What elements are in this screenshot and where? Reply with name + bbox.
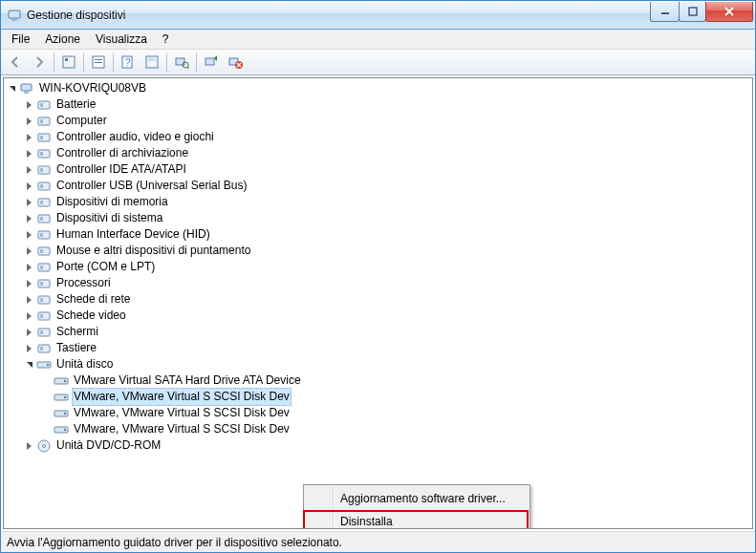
tree-category[interactable]: Controller di archiviazione — [4, 145, 752, 161]
toolbar-back-button[interactable] — [4, 51, 27, 74]
svg-rect-11 — [146, 56, 158, 68]
tree-category[interactable]: Computer — [4, 113, 752, 129]
svg-rect-3 — [689, 8, 697, 15]
context-uninstall[interactable]: Disinstalla — [306, 510, 528, 529]
expander-icon[interactable] — [21, 227, 36, 243]
tree-node-label: Porte (COM e LPT) — [54, 259, 157, 275]
expander-icon[interactable] — [21, 357, 36, 372]
tree-category[interactable]: Processori — [4, 275, 752, 291]
tree-category[interactable]: Controller IDE ATA/ATAPI — [4, 161, 752, 178]
svg-rect-22 — [38, 117, 50, 125]
close-button[interactable] — [705, 2, 753, 22]
expander-icon[interactable] — [4, 81, 19, 96]
expander-icon[interactable] — [21, 438, 36, 454]
tree-category[interactable]: Mouse e altri dispositivi di puntamento — [4, 243, 752, 259]
context-update-driver[interactable]: Aggiornamento software driver... — [306, 487, 528, 510]
expander-icon[interactable] — [21, 292, 36, 308]
statusbar-text: Avvia l'Aggiornamento guidato driver per… — [7, 536, 342, 549]
minimize-button[interactable] — [650, 2, 680, 22]
expander-icon[interactable] — [21, 244, 36, 259]
expander-icon[interactable] — [21, 308, 36, 324]
expander-icon[interactable] — [21, 341, 36, 356]
tree-node-label: VMware Virtual SATA Hard Drive ATA Devic… — [72, 372, 303, 389]
tree-disk-device[interactable]: VMware, VMware Virtual S SCSI Disk Dev — [4, 389, 752, 405]
svg-rect-46 — [38, 312, 50, 320]
device-tree[interactable]: WIN-KOVRIQU08VBBatterieComputerControlle… — [3, 77, 753, 529]
expander-icon[interactable] — [21, 211, 36, 226]
svg-rect-32 — [38, 199, 50, 206]
toolbar-separator — [54, 53, 54, 72]
toolbar-properties-button[interactable] — [87, 51, 110, 74]
toolbar-update-driver-button[interactable] — [200, 51, 223, 74]
expander-icon[interactable] — [21, 97, 36, 113]
toolbar-help-button[interactable]: ? — [117, 51, 140, 74]
tree-category-dvd[interactable]: Unità DVD/CD-ROM — [4, 437, 752, 454]
svg-rect-21 — [40, 103, 43, 107]
device-manager-window: Gestione dispositivi File Azione Visuali… — [0, 0, 756, 553]
svg-rect-25 — [40, 136, 43, 139]
svg-point-53 — [47, 363, 49, 365]
tree-node-label: VMware, VMware Virtual S SCSI Disk Dev — [72, 388, 292, 406]
svg-point-57 — [64, 395, 66, 397]
app-icon — [7, 8, 22, 23]
expander-icon[interactable] — [21, 260, 36, 275]
tree-category[interactable]: Human Interface Device (HID) — [4, 226, 752, 243]
svg-rect-7 — [95, 59, 102, 60]
svg-point-55 — [64, 379, 66, 381]
tree-disk-device[interactable]: VMware, VMware Virtual S SCSI Disk Dev — [4, 421, 752, 437]
menu-action[interactable]: Azione — [38, 32, 87, 47]
tree-category[interactable]: Schede video — [4, 308, 752, 324]
svg-rect-36 — [38, 231, 50, 239]
toolbar-show-hidden-button[interactable] — [57, 51, 80, 74]
tree-category[interactable]: Dispositivi di memoria — [4, 194, 752, 210]
tree-category[interactable]: Controller USB (Universal Serial Bus) — [4, 178, 752, 194]
tree-disk-device[interactable]: VMware, VMware Virtual S SCSI Disk Dev — [4, 405, 752, 421]
svg-rect-15 — [205, 58, 214, 65]
expander-icon[interactable] — [21, 276, 36, 291]
tree-category[interactable]: Controller audio, video e giochi — [4, 129, 752, 145]
toolbar: ? — [1, 50, 755, 75]
expander-icon[interactable] — [21, 162, 36, 178]
svg-rect-33 — [40, 201, 43, 204]
svg-rect-2 — [661, 12, 669, 14]
toolbar-forward-button[interactable] — [28, 51, 51, 74]
tree-category[interactable]: Dispositivi di sistema — [4, 210, 752, 226]
svg-rect-28 — [38, 166, 50, 174]
tree-disk-device[interactable]: VMware Virtual SATA Hard Drive ATA Devic… — [4, 372, 752, 389]
tree-category[interactable]: Batterie — [4, 96, 752, 113]
svg-rect-44 — [38, 296, 50, 304]
svg-rect-49 — [40, 330, 43, 334]
tree-node-label: Schermi — [54, 324, 100, 340]
tree-category[interactable]: Schermi — [4, 324, 752, 340]
expander-icon[interactable] — [21, 130, 36, 145]
tree-category-disks[interactable]: Unità disco — [4, 356, 752, 372]
toolbar-scan-hardware-button[interactable] — [170, 51, 193, 74]
svg-rect-38 — [38, 247, 50, 255]
svg-text:?: ? — [125, 57, 131, 68]
expander-icon[interactable] — [21, 195, 36, 210]
svg-rect-51 — [40, 347, 43, 351]
svg-rect-30 — [38, 182, 50, 190]
toolbar-uninstall-button[interactable] — [224, 51, 247, 74]
tree-category[interactable]: Porte (COM e LPT) — [4, 259, 752, 275]
svg-rect-48 — [38, 329, 50, 336]
svg-rect-42 — [38, 280, 50, 287]
tree-category[interactable]: Tastiere — [4, 340, 752, 356]
menu-view[interactable]: Visualizza — [89, 32, 154, 47]
maximize-button[interactable] — [679, 2, 706, 22]
tree-root-node[interactable]: WIN-KOVRIQU08VB — [4, 80, 752, 96]
expander-icon[interactable] — [21, 146, 36, 161]
expander-icon[interactable] — [21, 325, 36, 340]
svg-rect-43 — [40, 282, 43, 286]
tree-node-label: Unità disco — [54, 356, 115, 372]
toolbar-action-button[interactable] — [140, 51, 163, 74]
svg-rect-20 — [38, 101, 50, 109]
tree-node-label: WIN-KOVRIQU08VB — [37, 80, 148, 96]
tree-category[interactable]: Schede di rete — [4, 291, 752, 308]
menu-file[interactable]: File — [5, 32, 36, 47]
expander-icon[interactable] — [21, 179, 36, 194]
menu-help[interactable]: ? — [156, 32, 176, 47]
expander-icon[interactable] — [21, 114, 36, 129]
svg-rect-50 — [38, 345, 50, 352]
tree-node-label: Human Interface Device (HID) — [54, 226, 212, 243]
